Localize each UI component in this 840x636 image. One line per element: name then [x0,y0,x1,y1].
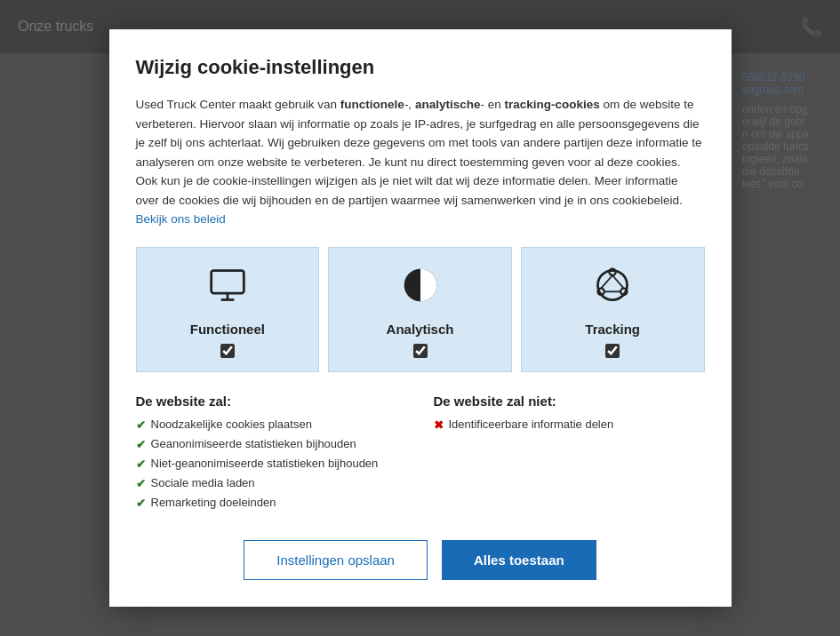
cookie-modal: Wijzig cookie-instellingen Used Truck Ce… [109,29,732,607]
category-tracking-label: Tracking [585,322,640,337]
will-not-column: De website zal niet: ✖ Identificeerbare … [434,394,705,515]
policy-link[interactable]: Bekijk ons beleid [136,212,226,226]
check-icon: ✔ [136,457,146,471]
info-section: De website zal: ✔ Noodzakelijke cookies … [136,394,705,515]
list-item: ✔ Geanonimiseerde statistieken bijhouden [136,437,407,451]
svg-point-5 [610,269,616,275]
modal-title: Wijzig cookie-instellingen [136,56,705,79]
will-do-column: De website zal: ✔ Noodzakelijke cookies … [136,394,407,515]
category-analytisch-checkbox[interactable] [413,344,428,358]
modal-buttons: Instellingen opslaan Alles toestaan [136,540,705,580]
will-not-list: ✖ Identificeerbare informatie delen [434,417,705,432]
list-item: ✔ Remarketing doeleinden [136,496,407,510]
category-functioneel-checkbox[interactable] [220,344,235,358]
allow-all-button[interactable]: Alles toestaan [442,540,596,580]
will-not-title: De website zal niet: [434,394,705,409]
svg-rect-0 [211,271,244,294]
tracking-icon [593,266,632,313]
monitor-icon [208,266,247,313]
modal-description: Used Truck Center maakt gebruik van func… [136,95,705,229]
category-functioneel-label: Functioneel [190,322,265,337]
category-analytisch-label: Analytisch [387,322,454,337]
list-item: ✔ Noodzakelijke cookies plaatsen [136,417,407,432]
list-item: ✖ Identificeerbare informatie delen [434,417,705,432]
svg-line-8 [612,275,624,289]
check-icon: ✔ [136,418,146,432]
category-analytisch: Analytisch [328,247,512,372]
svg-line-9 [601,275,612,289]
cookie-categories: Functioneel Analytisch [136,247,705,372]
will-do-title: De website zal: [136,394,407,409]
list-item: ✔ Sociale media laden [136,476,407,490]
svg-point-6 [620,289,627,295]
modal-overlay: Wijzig cookie-instellingen Used Truck Ce… [0,0,840,636]
svg-point-7 [598,289,604,295]
category-tracking-checkbox[interactable] [605,344,620,358]
save-settings-button[interactable]: Instellingen opslaan [244,540,428,580]
category-functioneel: Functioneel [136,247,320,372]
cross-icon: ✖ [434,418,444,432]
pie-icon [401,266,440,313]
will-do-list: ✔ Noodzakelijke cookies plaatsen ✔ Geano… [136,417,407,510]
check-icon: ✔ [136,477,146,490]
check-icon: ✔ [136,438,146,451]
check-icon: ✔ [136,497,146,510]
category-tracking: Tracking [521,247,705,372]
list-item: ✔ Niet-geanonimiseerde statistieken bijh… [136,457,407,471]
